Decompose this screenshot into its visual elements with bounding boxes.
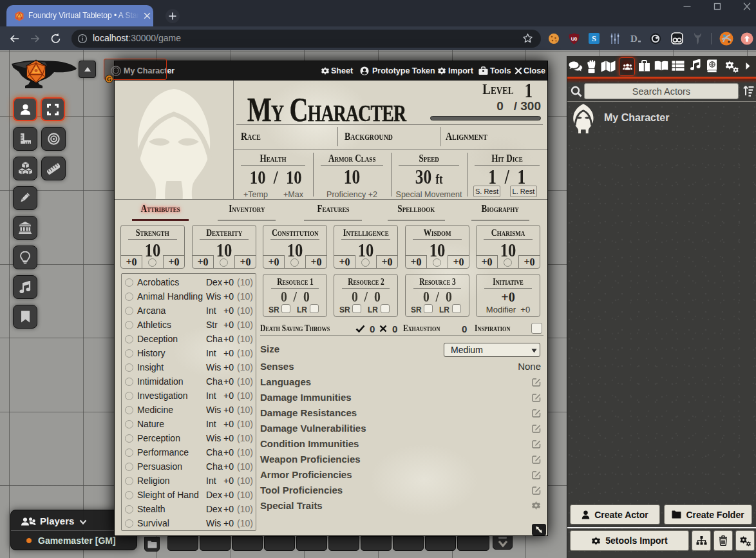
svg-text:U0: U0 — [571, 36, 578, 42]
svg-text:S: S — [592, 34, 596, 43]
svg-text:D: D — [630, 34, 638, 44]
